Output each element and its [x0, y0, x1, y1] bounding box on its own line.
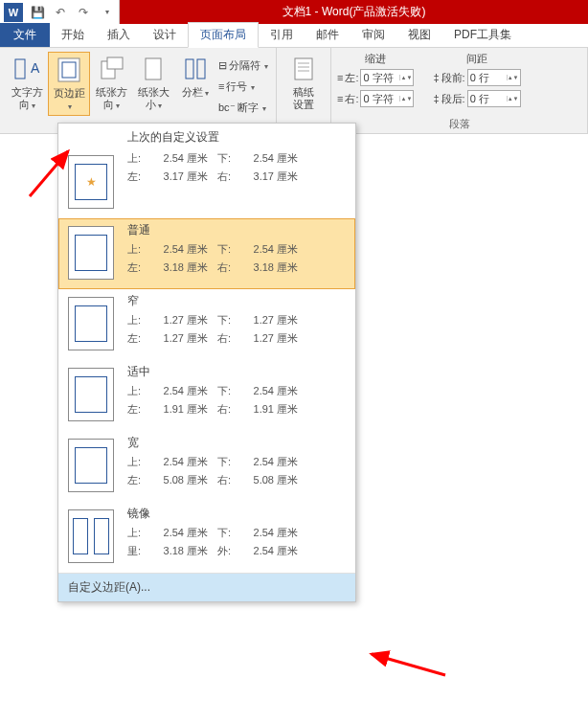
svg-rect-0 — [15, 59, 25, 79]
margin-preset-last[interactable]: ★ 上:2.54 厘米 下:2.54 厘米 左:3.17 厘米 右:3.17 厘… — [58, 147, 355, 218]
margin-preset-1[interactable]: 窄 上:1.27 厘米 下:1.27 厘米 左:1.27 厘米 右:1.27 厘… — [58, 289, 355, 360]
spacing-heading: 间距 — [433, 52, 520, 66]
indent-right-input[interactable]: 0 字符▲▼ — [360, 90, 414, 107]
hyphen-icon: bc⁻ — [218, 102, 236, 114]
margin-preset-0[interactable]: 普通 上:2.54 厘米 下:2.54 厘米 左:3.18 厘米 右:3.18 … — [58, 218, 355, 289]
l-left: 里: — [127, 544, 152, 558]
v-bottom: 2.54 厘米 — [242, 526, 307, 540]
tab-mailings[interactable]: 邮件 — [305, 23, 351, 47]
tab-review[interactable]: 审阅 — [351, 23, 396, 47]
v-bottom: 2.54 厘米 — [242, 384, 307, 398]
save-icon[interactable]: 💾 — [29, 4, 46, 21]
dropdown-last-heading: 上次的自定义设置 — [58, 124, 355, 147]
word-logo-icon: W — [4, 3, 23, 22]
l-top: 上: — [127, 384, 152, 398]
l-right: 外: — [217, 544, 242, 558]
v-top: 2.54 厘米 — [152, 384, 217, 398]
margin-preset-3[interactable]: 宽 上:2.54 厘米 下:2.54 厘米 左:5.08 厘米 右:5.08 厘… — [58, 431, 355, 502]
v-top: 2.54 厘米 — [152, 242, 217, 257]
svg-rect-8 — [197, 59, 205, 79]
indent-left-label: 左: — [345, 71, 358, 85]
l-left: 左: — [127, 260, 152, 275]
svg-rect-9 — [295, 58, 312, 79]
v-bottom: 2.54 厘米 — [242, 151, 307, 166]
group-paragraph: 缩进 ≡左:0 字符▲▼ ≡右:0 字符▲▼ 间距 ‡段前:0 行▲▼ ‡段后:… — [331, 48, 588, 133]
tab-file[interactable]: 文件 — [0, 23, 50, 47]
ribbon-tabs: 文件 开始 插入 设计 页面布局 引用 邮件 审阅 视图 PDF工具集 — [0, 24, 588, 48]
before-icon: ‡ — [433, 72, 439, 83]
spacing-after-input[interactable]: 0 行▲▼ — [467, 90, 521, 107]
group-page-setup: A 文字方向 页边距 纸张方向 纸张大小 分栏 ⊟分隔符 ≡行号 bc⁻断字 — [0, 48, 277, 133]
indent-heading: 缩进 — [337, 52, 414, 66]
preset-thumb-icon — [68, 439, 114, 492]
columns-button[interactable]: 分栏 — [174, 52, 216, 102]
tab-references[interactable]: 引用 — [259, 23, 305, 47]
v-right: 1.27 厘米 — [242, 331, 307, 346]
quick-access-toolbar: W 💾 ↶ ↷ — [0, 0, 120, 24]
tab-design[interactable]: 设计 — [142, 23, 188, 47]
columns-icon — [180, 54, 211, 84]
line-num-label: 行号 — [226, 79, 247, 94]
v-top: 2.54 厘米 — [152, 526, 217, 540]
l-bottom: 下: — [217, 526, 242, 540]
spacing-before-input[interactable]: 0 行▲▼ — [467, 69, 521, 86]
v-left: 5.08 厘米 — [152, 473, 217, 487]
svg-rect-5 — [107, 57, 123, 69]
hyphenation-button[interactable]: bc⁻断字 — [218, 98, 268, 117]
size-label: 纸张大小 — [138, 86, 170, 110]
line-num-icon: ≡ — [218, 80, 224, 92]
tab-home[interactable]: 开始 — [50, 23, 96, 47]
l-bottom: 下: — [217, 455, 242, 469]
l-top: 上: — [127, 526, 152, 540]
v-right: 2.54 厘米 — [242, 544, 307, 558]
l-bottom: 下: — [217, 242, 242, 257]
after-icon: ‡ — [433, 93, 439, 104]
l-right: 右: — [217, 169, 242, 184]
v-bottom: 1.27 厘米 — [242, 313, 307, 328]
tab-pdf[interactable]: PDF工具集 — [442, 23, 523, 47]
window-title: 文档1 - Word(产品激活失败) — [120, 0, 588, 24]
preset-name: 宽 — [127, 435, 307, 451]
v-right: 3.17 厘米 — [242, 169, 307, 184]
paragraph-group-label: 段落 — [337, 115, 581, 131]
l-bottom: 下: — [217, 151, 242, 166]
l-top: 上: — [127, 313, 152, 328]
hyphen-label: 断字 — [237, 101, 259, 115]
undo-icon[interactable]: ↶ — [52, 4, 69, 21]
draft-label: 稿纸 — [293, 86, 314, 98]
indent-left-input[interactable]: 0 字符▲▼ — [360, 69, 414, 86]
breaks-icon: ⊟ — [218, 59, 227, 72]
svg-rect-7 — [186, 59, 193, 79]
v-left: 3.17 厘米 — [152, 169, 217, 184]
indent-right-icon: ≡ — [337, 93, 343, 104]
margin-preset-2[interactable]: 适中 上:2.54 厘米 下:2.54 厘米 左:1.91 厘米 右:1.91 … — [58, 360, 355, 431]
preset-thumb-icon — [68, 226, 114, 280]
custom-margins-button[interactable]: 自定义边距(A)... — [58, 573, 355, 601]
l-bottom: 下: — [217, 313, 242, 328]
margin-preset-4[interactable]: 镜像 上:2.54 厘米 下:2.54 厘米 里:3.18 厘米 外:2.54 … — [58, 502, 355, 573]
preset-thumb-icon — [68, 368, 114, 421]
tab-page-layout[interactable]: 页面布局 — [188, 22, 259, 48]
title-bar: W 💾 ↶ ↷ 文档1 - Word(产品激活失败) — [0, 0, 588, 24]
orientation-button[interactable]: 纸张方向 — [90, 52, 132, 114]
l-top: 上: — [127, 242, 152, 257]
v-left: 3.18 厘米 — [152, 544, 217, 558]
l-left: 左: — [127, 169, 152, 184]
draft-button[interactable]: 稿纸设置 — [283, 52, 325, 113]
size-button[interactable]: 纸张大小 — [132, 52, 174, 114]
preset-thumb-icon: ★ — [68, 155, 114, 209]
v-top: 2.54 厘米 — [152, 455, 217, 469]
v-top: 2.54 厘米 — [152, 151, 217, 166]
v-bottom: 2.54 厘米 — [242, 455, 307, 469]
qat-customize-icon[interactable] — [98, 4, 115, 21]
preset-name: 镜像 — [127, 506, 307, 522]
line-numbers-button[interactable]: ≡行号 — [218, 77, 268, 96]
tab-insert[interactable]: 插入 — [96, 23, 142, 47]
redo-icon[interactable]: ↷ — [75, 4, 92, 21]
text-direction-button[interactable]: A 文字方向 — [6, 52, 48, 114]
before-label: 段前: — [441, 71, 465, 85]
tab-view[interactable]: 视图 — [396, 23, 442, 47]
margins-button[interactable]: 页边距 — [48, 52, 90, 116]
breaks-button[interactable]: ⊟分隔符 — [218, 56, 268, 75]
v-bottom: 2.54 厘米 — [242, 242, 307, 257]
